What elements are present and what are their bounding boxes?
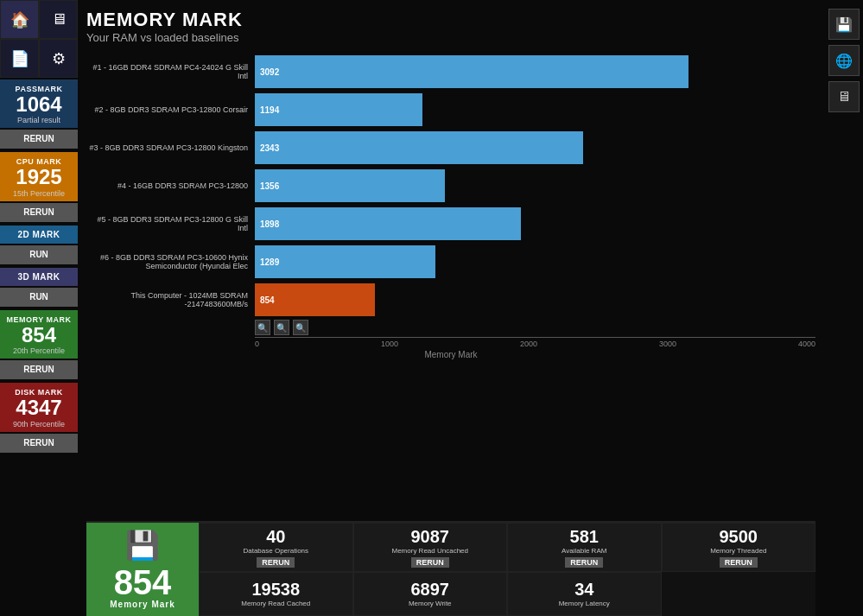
bar-value: 1289	[260, 257, 279, 267]
stat-label: Available RAM	[562, 547, 606, 556]
chart-area: #1 - 16GB DDR4 SDRAM PC4-24024 G Skill I…	[86, 51, 815, 518]
page-title: MEMORY MARK	[86, 9, 815, 31]
memmark-percentile: 20th Percentile	[3, 346, 74, 355]
x-label-3000: 3000	[659, 340, 676, 348]
icon-row-2: 📄 ⚙	[0, 39, 78, 78]
passmark-percentile: Partial result	[3, 116, 74, 124]
diskmark-value: 4347	[3, 397, 74, 419]
stat-num: 34	[574, 580, 593, 600]
zoom-reset-button[interactable]: 🔍	[293, 320, 308, 335]
stat-rerun-button[interactable]: RERUN	[720, 557, 758, 568]
stat-cell: 6897Memory Write	[353, 572, 508, 616]
passmark-block: PASSMARK 1064 Partial result	[0, 79, 78, 128]
bar-value: 2343	[260, 143, 279, 153]
x-label-0: 0	[255, 340, 259, 348]
stat-label: Memory Threaded	[710, 547, 766, 556]
stat-num: 9500	[720, 527, 758, 547]
stat-cell: 581Available RAMRERUN	[507, 523, 662, 572]
stat-rerun-button[interactable]: RERUN	[411, 557, 449, 568]
baseline-bar	[255, 55, 688, 88]
stat-grid: 40Database OperationsRERUN9087Memory Rea…	[199, 523, 815, 616]
stat-label: Memory Read Cached	[241, 600, 310, 608]
stat-cell: 9500Memory ThreadedRERUN	[662, 523, 816, 572]
baseline-bar	[255, 245, 435, 278]
diskmark-block: DISK MARK 4347 90th Percentile	[0, 383, 78, 431]
bar-chart: #1 - 16GB DDR4 SDRAM PC4-24024 G Skill I…	[86, 55, 815, 316]
bar-container: 1356	[255, 169, 815, 202]
stat-rerun-button[interactable]: RERUN	[565, 557, 603, 568]
zoom-in-button[interactable]: 🔍	[255, 320, 270, 335]
bar-row: This Computer - 1024MB SDRAM -2147483600…	[86, 283, 815, 316]
bar-container: 1289	[255, 245, 815, 278]
stat-label: Memory Write	[409, 600, 452, 608]
bar-container: 3092	[255, 55, 815, 88]
bar-label: #5 - 8GB DDR3 SDRAM PC3-12800 G Skill In…	[86, 215, 255, 232]
bar-label: #3 - 8GB DDR3 SDRAM PC3-12800 Kingston	[86, 143, 255, 152]
stat-cell: 40Database OperationsRERUN	[199, 523, 353, 572]
bar-value: 3092	[260, 67, 279, 77]
stat-cell: 34Memory Latency	[507, 572, 662, 616]
monitor-icon[interactable]: 🖥	[39, 0, 78, 39]
bar-row: #1 - 16GB DDR4 SDRAM PC4-24024 G Skill I…	[86, 55, 815, 88]
cpumark-value: 1925	[3, 166, 74, 188]
display-icon-button[interactable]: 🖥	[828, 81, 860, 112]
settings-icon[interactable]: ⚙	[39, 39, 78, 78]
bar-value: 854	[260, 295, 275, 305]
diskmark-rerun-button[interactable]: RERUN	[0, 434, 78, 453]
stat-num: 9087	[411, 527, 450, 547]
bar-label: #2 - 8GB DDR3 SDRAM PC3-12800 Corsair	[86, 105, 255, 114]
passmark-rerun-button[interactable]: RERUN	[0, 130, 78, 149]
save-icon-button[interactable]: 💾	[828, 9, 860, 40]
baseline-bar	[255, 93, 422, 126]
bar-row: #2 - 8GB DDR3 SDRAM PC3-12800 Corsair119…	[86, 93, 815, 126]
stat-num: 40	[266, 527, 285, 547]
x-label-1000: 1000	[381, 340, 398, 348]
x-label-4000: 4000	[798, 340, 815, 348]
zoom-controls: 🔍 🔍 🔍	[86, 320, 815, 335]
main-score-block: 💾 854 Memory Mark	[86, 523, 199, 616]
stat-label: Database Operations	[243, 547, 308, 556]
zoom-out-button[interactable]: 🔍	[274, 320, 289, 335]
stat-label: Memory Latency	[559, 600, 610, 608]
bar-row: #3 - 8GB DDR3 SDRAM PC3-12800 Kingston23…	[86, 131, 815, 164]
main-score-value: 854	[114, 565, 172, 600]
mark2d-run-button[interactable]: RUN	[0, 245, 78, 264]
bar-label: #4 - 16GB DDR3 SDRAM PC3-12800	[86, 181, 255, 190]
memmark-block: MEMORY MARK 854 20th Percentile	[0, 310, 78, 359]
bar-row: #5 - 8GB DDR3 SDRAM PC3-12800 G Skill In…	[86, 207, 815, 240]
bar-container: 2343	[255, 131, 815, 164]
stat-label: Memory Read Uncached	[392, 547, 468, 556]
bar-container: 1898	[255, 207, 815, 240]
stat-rerun-button[interactable]: RERUN	[257, 557, 295, 568]
x-label-2000: 2000	[520, 340, 537, 348]
left-sidebar: 🏠 🖥 📄 ⚙ PASSMARK 1064 Partial result RER…	[0, 0, 78, 616]
baseline-bar	[255, 207, 521, 240]
bar-row: #6 - 8GB DDR3 SDRAM PC3-10600 Hynix Semi…	[86, 245, 815, 278]
cpumark-rerun-button[interactable]: RERUN	[0, 203, 78, 222]
memmark-rerun-button[interactable]: RERUN	[0, 360, 78, 379]
baseline-bar	[255, 131, 583, 164]
main-content: MEMORY MARK Your RAM vs loaded baselines…	[78, 0, 824, 616]
mark3d-run-button[interactable]: RUN	[0, 288, 78, 307]
bar-value: 1356	[260, 181, 279, 191]
bar-value: 1194	[260, 105, 279, 115]
stat-cell: 9087Memory Read UncachedRERUN	[353, 523, 508, 572]
stat-num: 581	[570, 527, 599, 547]
cpumark-percentile: 15th Percentile	[3, 189, 74, 198]
bar-label: This Computer - 1024MB SDRAM -2147483600…	[86, 291, 255, 308]
x-axis-labels: 0 1000 2000 3000 4000	[86, 340, 815, 348]
mark2d-label: 2D MARK	[0, 225, 78, 244]
x-axis-title: Memory Mark	[86, 350, 815, 359]
baseline-bar	[255, 169, 445, 202]
top-icon-group: 🏠 🖥 📄 ⚙	[0, 0, 78, 78]
page-subtitle: Your RAM vs loaded baselines	[86, 31, 815, 44]
bottom-stats: 💾 854 Memory Mark 40Database OperationsR…	[86, 521, 815, 616]
memory-icon: 💾	[125, 529, 160, 562]
icon-row-1: 🏠 🖥	[0, 0, 78, 39]
web-icon-button[interactable]: 🌐	[828, 45, 860, 76]
home-icon[interactable]: 🏠	[0, 0, 39, 39]
diskmark-percentile: 90th Percentile	[3, 420, 74, 429]
cpumark-block: CPU MARK 1925 15th Percentile	[0, 152, 78, 200]
stat-cell: 19538Memory Read Cached	[199, 572, 353, 616]
report-icon[interactable]: 📄	[0, 39, 39, 78]
